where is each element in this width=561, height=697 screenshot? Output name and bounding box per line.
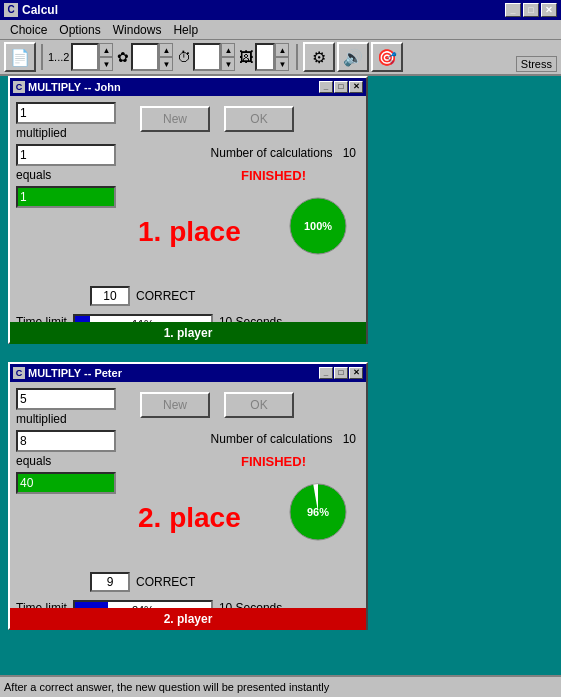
spinner-label-1: 1...2 [48, 51, 69, 63]
peter-place-text: 2. place [138, 502, 241, 534]
peter-finished: FINISHED! [241, 454, 306, 469]
flower-icon: ✿ [117, 49, 129, 65]
spinner-down-3[interactable]: ▼ [221, 57, 235, 71]
menu-bar: Choice Options Windows Help [0, 20, 561, 40]
spinner-down-4[interactable]: ▼ [275, 57, 289, 71]
peter-correct-input[interactable] [90, 572, 130, 592]
john-maximize-btn[interactable]: □ [334, 81, 348, 93]
spinner-group-2: ✿ 10 ▲ ▼ [117, 43, 173, 71]
status-text: After a correct answer, the new question… [4, 681, 329, 693]
peter-minimize-btn[interactable]: _ [319, 367, 333, 379]
john-pie-chart: 100% [288, 196, 348, 256]
menu-windows[interactable]: Windows [107, 21, 168, 39]
peter-new-button[interactable]: New [140, 392, 210, 418]
spinner-input-3[interactable]: 10 [193, 43, 221, 71]
john-close-btn[interactable]: ✕ [349, 81, 363, 93]
john-minimize-btn[interactable]: _ [319, 81, 333, 93]
peter-answer[interactable] [16, 472, 116, 494]
john-correct-input[interactable] [90, 286, 130, 306]
john-buttons: New OK [140, 106, 294, 132]
spinner-arrows-1: ▲ ▼ [99, 43, 113, 71]
john-ok-button[interactable]: OK [224, 106, 294, 132]
title-bar: C Calcul _ □ ✕ [0, 0, 561, 20]
sound-button[interactable]: 🔊 [337, 42, 369, 72]
peter-input1[interactable] [16, 388, 116, 410]
menu-choice[interactable]: Choice [4, 21, 53, 39]
spinner-input-4[interactable]: 2 [255, 43, 275, 71]
toolbar-separator-1 [41, 44, 43, 70]
john-pie-container: 100% [288, 196, 348, 259]
window-john-titlebar: C MULTIPLY -- John _ □ ✕ [10, 78, 366, 96]
john-player-label: 1. player [164, 326, 213, 340]
menu-help[interactable]: Help [167, 21, 204, 39]
spinner-down-1[interactable]: ▼ [99, 57, 113, 71]
app-title: Calcul [22, 3, 58, 17]
john-place-label: 1. place [138, 216, 241, 247]
window-peter: C MULTIPLY -- Peter _ □ ✕ multiplied equ… [8, 362, 368, 630]
peter-num-calc-label: Number of calculations [211, 432, 340, 446]
spinner-up-2[interactable]: ▲ [159, 43, 173, 57]
peter-pie-label: 96% [307, 506, 329, 518]
toolbar: 📄 1...2 12 ▲ ▼ ✿ 10 ▲ ▼ ⏱ 10 ▲ ▼ 🖼 2 ▲ ▼ [0, 40, 561, 76]
peter-player-label: 2. player [164, 612, 213, 626]
title-controls: _ □ ✕ [505, 3, 557, 17]
window-peter-controls: _ □ ✕ [319, 367, 363, 379]
john-new-button[interactable]: New [140, 106, 210, 132]
spinner-up-4[interactable]: ▲ [275, 43, 289, 57]
menu-options[interactable]: Options [53, 21, 106, 39]
peter-player-bar: 2. player [10, 608, 366, 630]
window-john-title: MULTIPLY -- John [28, 81, 121, 93]
peter-maximize-btn[interactable]: □ [334, 367, 348, 379]
minimize-button[interactable]: _ [505, 3, 521, 17]
window-john-controls: _ □ ✕ [319, 81, 363, 93]
window-peter-content: multiplied equals New OK Number of calcu… [10, 382, 366, 630]
spinner-arrows-3: ▲ ▼ [221, 43, 235, 71]
peter-num-calc-val: 10 [343, 432, 356, 446]
john-num-calc-val: 10 [343, 146, 356, 160]
peter-correct-label: CORRECT [136, 575, 195, 589]
john-finished-label: FINISHED! [241, 168, 306, 183]
settings-button[interactable]: ⚙ [303, 42, 335, 72]
spinner-up-1[interactable]: ▲ [99, 43, 113, 57]
close-button[interactable]: ✕ [541, 3, 557, 17]
spinner-up-3[interactable]: ▲ [221, 43, 235, 57]
john-info: Number of calculations 10 [211, 146, 356, 160]
new-doc-button[interactable]: 📄 [4, 42, 36, 72]
spinner-input-2[interactable]: 10 [131, 43, 159, 71]
window-peter-title: MULTIPLY -- Peter [28, 367, 122, 379]
john-pie-label: 100% [304, 220, 332, 232]
spinner-input-1[interactable]: 12 [71, 43, 99, 71]
settings-icon: ⚙ [312, 48, 326, 67]
extra-icon: 🎯 [377, 48, 397, 67]
john-left-panel: multiplied equals [16, 102, 116, 208]
spinner-group-1: 1...2 12 ▲ ▼ [48, 43, 113, 71]
spinner-arrows-4: ▲ ▼ [275, 43, 289, 71]
spinner-group-3: ⏱ 10 ▲ ▼ [177, 43, 235, 71]
window-john: C MULTIPLY -- John _ □ ✕ multiplied equa… [8, 76, 368, 344]
peter-finished-label: FINISHED! [241, 454, 306, 469]
status-bar: After a correct answer, the new question… [0, 675, 561, 697]
window-john-content: multiplied equals New OK Number of calcu… [10, 96, 366, 344]
john-answer[interactable] [16, 186, 116, 208]
john-input2[interactable] [16, 144, 116, 166]
peter-left-panel: multiplied equals [16, 388, 116, 494]
sound-icon: 🔊 [343, 48, 363, 67]
peter-ok-button[interactable]: OK [224, 392, 294, 418]
maximize-button[interactable]: □ [523, 3, 539, 17]
clock-icon: ⏱ [177, 49, 191, 65]
peter-correct-row: CORRECT [90, 572, 195, 592]
extra-button[interactable]: 🎯 [371, 42, 403, 72]
spinner-down-2[interactable]: ▼ [159, 57, 173, 71]
john-equals-label: equals [16, 168, 116, 182]
peter-input2[interactable] [16, 430, 116, 452]
peter-multiplied-label: multiplied [16, 412, 116, 426]
app-icon: C [4, 3, 18, 17]
toolbar-separator-2 [296, 44, 298, 70]
peter-pie-container: 96% [288, 482, 348, 545]
john-num-calc-label: Number of calculations [211, 146, 340, 160]
peter-buttons: New OK [140, 392, 294, 418]
john-multiplied-label: multiplied [16, 126, 116, 140]
john-finished: FINISHED! [241, 168, 306, 183]
john-input1[interactable] [16, 102, 116, 124]
peter-close-btn[interactable]: ✕ [349, 367, 363, 379]
